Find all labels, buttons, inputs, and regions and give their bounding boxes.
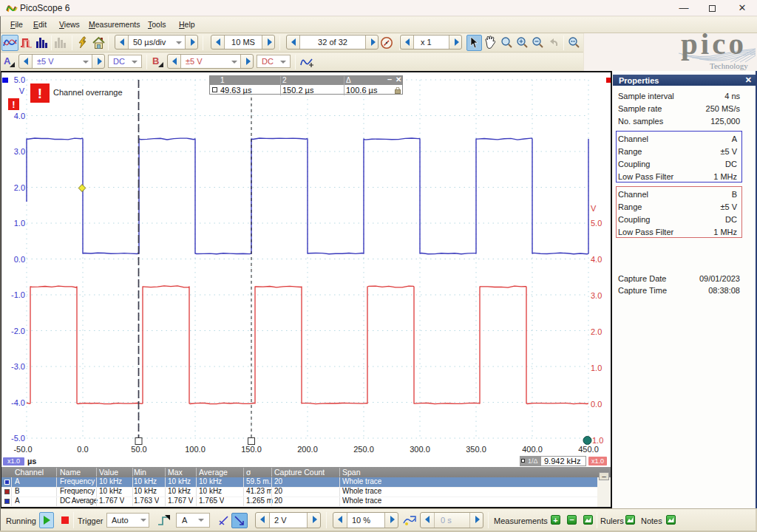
- svg-text:4.0: 4.0: [591, 255, 602, 264]
- svg-text:2.0: 2.0: [591, 327, 602, 336]
- svg-text:1.0: 1.0: [591, 364, 602, 372]
- svg-text:450.0: 450.0: [578, 445, 599, 454]
- svg-text:!: !: [12, 99, 15, 110]
- svg-text:-3.0: -3.0: [11, 362, 25, 371]
- svg-text:V: V: [591, 204, 597, 213]
- svg-text:V: V: [19, 86, 25, 95]
- svg-text:1.0: 1.0: [14, 219, 25, 228]
- svg-text:4.0: 4.0: [14, 112, 25, 120]
- svg-text:200.0: 200.0: [297, 445, 318, 454]
- svg-text:-50.0: -50.0: [13, 445, 32, 454]
- svg-text:0.0: 0.0: [591, 400, 602, 409]
- svg-text:5.0: 5.0: [591, 219, 602, 228]
- svg-text:400.0: 400.0: [522, 445, 543, 454]
- svg-text:50.0: 50.0: [131, 445, 146, 454]
- svg-text:-1.0: -1.0: [11, 290, 25, 299]
- svg-text:0.0: 0.0: [77, 445, 88, 454]
- svg-text:!: !: [38, 86, 42, 101]
- svg-text:5.0: 5.0: [14, 75, 25, 84]
- svg-text:150.0: 150.0: [241, 445, 262, 454]
- svg-text:-4.0: -4.0: [11, 398, 25, 407]
- svg-text:3.0: 3.0: [591, 291, 602, 300]
- svg-text:100.0: 100.0: [185, 445, 206, 454]
- svg-text:3.0: 3.0: [14, 147, 25, 156]
- svg-text:2.0: 2.0: [14, 183, 25, 192]
- svg-text:250.0: 250.0: [353, 445, 374, 454]
- svg-text:1.0: 1.0: [592, 436, 603, 445]
- svg-text:-2.0: -2.0: [11, 327, 25, 335]
- svg-text:0.0: 0.0: [14, 255, 25, 264]
- svg-text:Channel overrange: Channel overrange: [53, 88, 123, 97]
- svg-text:-5.0: -5.0: [11, 434, 25, 443]
- svg-text:300.0: 300.0: [410, 445, 430, 454]
- svg-text:350.0: 350.0: [466, 445, 486, 454]
